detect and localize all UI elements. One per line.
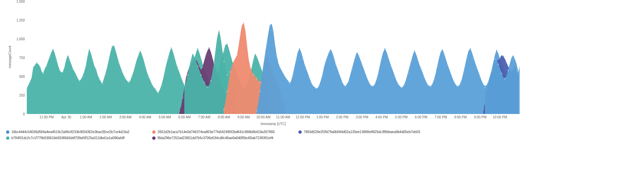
svg-point-145 [315, 88, 316, 89]
svg-point-44 [171, 47, 172, 48]
x-tick: 11:00 PM [39, 115, 54, 119]
svg-point-129 [263, 65, 264, 66]
svg-point-46 [177, 68, 178, 69]
svg-point-76 [186, 77, 187, 78]
legend-item[interactable]: b784f31dc2c7c1f776b53061bb56366b5ddf709a… [6, 135, 140, 141]
svg-point-40 [158, 93, 159, 94]
svg-point-147 [322, 74, 323, 75]
svg-point-159 [361, 64, 362, 65]
svg-point-258 [506, 62, 507, 63]
svg-point-134 [279, 67, 280, 68]
legend-label: 2652d2b1aca7b14e0d746374ea803e77fa542495… [158, 129, 275, 135]
svg-point-93 [187, 74, 188, 75]
svg-point-12 [66, 59, 67, 60]
legend-item[interactable]: f8da296e7252ad23651dd7b5c3706e534cd8c46a… [152, 135, 286, 141]
svg-point-47 [181, 77, 182, 78]
svg-point-41 [161, 85, 162, 86]
svg-point-17 [82, 76, 83, 77]
svg-point-271 [514, 59, 515, 60]
legend-item[interactable]: 2652d2b1aca7b14e0d746374ea803e77fa542495… [152, 129, 286, 135]
svg-point-187 [453, 81, 454, 82]
x-tick: 7:00 PM [434, 115, 447, 119]
svg-point-200 [496, 50, 497, 51]
svg-point-42 [164, 71, 165, 72]
svg-point-115 [246, 46, 247, 47]
svg-point-103 [220, 38, 221, 39]
svg-point-268 [504, 78, 505, 79]
svg-point-131 [270, 25, 271, 26]
x-tick: 2:00 AM [100, 115, 112, 119]
x-tick: 6:00 PM [415, 115, 427, 119]
svg-point-38 [151, 83, 152, 84]
svg-point-114 [243, 22, 244, 23]
svg-point-150 [332, 53, 333, 54]
x-tick: 5:00 PM [395, 115, 408, 119]
svg-point-13 [69, 59, 70, 60]
svg-point-70 [256, 56, 257, 57]
svg-point-251 [483, 109, 484, 110]
svg-point-22 [99, 78, 100, 79]
svg-point-136 [286, 78, 287, 79]
svg-point-112 [237, 55, 238, 56]
svg-point-178 [424, 77, 425, 78]
svg-point-33 [135, 65, 136, 66]
svg-point-15 [75, 74, 76, 75]
y-tick: 1,500 [16, 0, 25, 3]
svg-point-148 [325, 61, 326, 62]
legend-item[interactable]: 16bc4444c54036d584a4ea4519c2a86c8233b305… [6, 129, 140, 135]
svg-point-180 [430, 86, 431, 87]
svg-point-193 [473, 58, 474, 59]
svg-point-161 [368, 81, 369, 82]
svg-point-96 [197, 65, 198, 66]
svg-point-110 [230, 71, 231, 72]
svg-point-29 [122, 71, 123, 72]
legend-swatch [6, 136, 9, 140]
svg-point-105 [227, 74, 228, 75]
legend-item[interactable]: 7883d528e2f2fd79a0b584d02a135ee13688e982… [298, 129, 432, 135]
svg-point-153 [342, 82, 343, 83]
x-tick: 1:00 AM [80, 115, 92, 119]
svg-point-156 [352, 68, 353, 69]
svg-point-133 [276, 55, 277, 56]
svg-point-98 [204, 82, 205, 83]
svg-point-32 [131, 76, 132, 77]
plot-area[interactable] [27, 1, 520, 114]
x-tick: 9:00 AM [237, 115, 250, 119]
svg-point-21 [95, 68, 96, 69]
x-tick: 6:00 AM [178, 115, 191, 119]
svg-point-1 [30, 81, 31, 82]
svg-point-157 [355, 56, 356, 57]
svg-point-141 [302, 58, 303, 59]
area-chart[interactable]: messageCount 02505007501,0001,2501,500 1… [0, 0, 520, 127]
svg-point-109 [227, 91, 228, 92]
y-tick: 1,250 [16, 18, 25, 22]
svg-point-184 [444, 53, 445, 54]
svg-point-174 [411, 61, 412, 62]
svg-point-116 [250, 67, 251, 68]
svg-point-256 [500, 58, 501, 59]
svg-point-28 [118, 62, 119, 63]
y-tick: 500 [19, 75, 25, 78]
svg-point-263 [488, 81, 489, 82]
svg-point-191 [467, 56, 468, 57]
svg-point-94 [190, 59, 191, 60]
svg-point-8 [53, 49, 54, 50]
svg-point-52 [197, 48, 198, 49]
svg-point-170 [398, 83, 399, 84]
y-tick: 750 [19, 56, 25, 60]
svg-point-135 [283, 73, 284, 74]
svg-point-35 [141, 54, 142, 55]
x-tick: Apr 30 [61, 115, 71, 119]
y-axis-label: messageCount [8, 46, 12, 68]
svg-point-185 [447, 64, 448, 65]
svg-point-84 [212, 58, 213, 59]
x-tick: 1:00 PM [316, 115, 329, 119]
svg-point-194 [476, 68, 477, 69]
x-tick: 11:00 AM [276, 115, 290, 119]
svg-point-181 [434, 79, 435, 80]
svg-point-172 [404, 83, 405, 84]
svg-point-189 [460, 83, 461, 84]
series-area[interactable] [257, 24, 520, 114]
x-axis-label: timestamp [UTC] [27, 122, 520, 126]
svg-point-182 [437, 65, 438, 66]
